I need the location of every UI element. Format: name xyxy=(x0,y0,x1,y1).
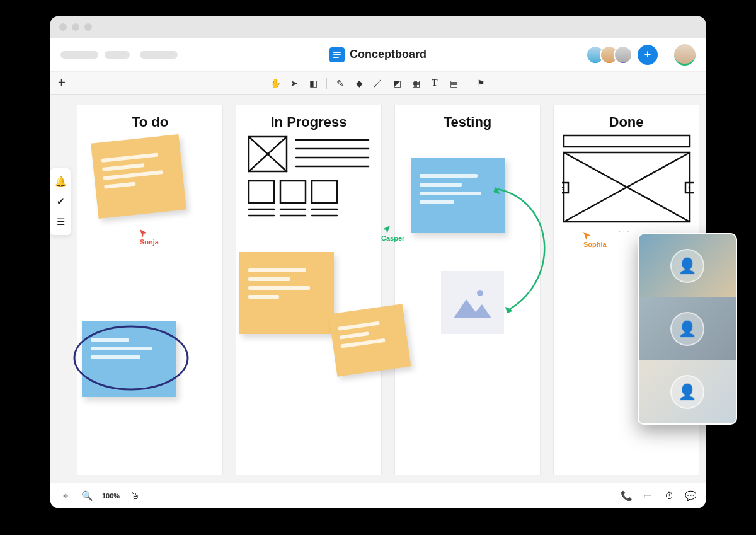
breadcrumb-placeholder xyxy=(60,51,98,59)
svg-point-17 xyxy=(477,290,483,296)
svg-rect-18 xyxy=(564,135,690,147)
person-icon: 👤 xyxy=(670,312,704,346)
text-tool-icon[interactable]: T xyxy=(429,78,440,89)
timer-icon[interactable]: ⏱ xyxy=(663,490,675,501)
person-icon: 👤 xyxy=(670,375,704,409)
freehand-annotation xyxy=(68,314,194,402)
svg-text:›: › xyxy=(688,184,690,193)
sidebar-rail: 🔔 ✔ ☰ xyxy=(50,168,71,236)
pointer-tool-icon[interactable]: ➤ xyxy=(289,78,300,89)
svg-rect-9 xyxy=(280,181,306,203)
tool-toolbar: + ✋ ➤ ◧ ✎ ◆ ／ ◩ ▦ T ▤ ⚑ xyxy=(50,72,706,95)
chat-icon[interactable]: 💬 xyxy=(684,490,697,502)
hand-tool-icon[interactable]: ✋ xyxy=(270,78,281,89)
add-tab-button[interactable]: + xyxy=(58,76,66,90)
logo-icon xyxy=(329,47,345,62)
shape-tool-icon[interactable]: ◩ xyxy=(391,78,403,89)
bell-icon[interactable]: 🔔 xyxy=(55,176,67,187)
list-icon[interactable]: ☰ xyxy=(57,216,65,227)
sticky-note[interactable] xyxy=(91,134,186,219)
column-title: To do xyxy=(77,105,222,137)
phone-icon[interactable]: 📞 xyxy=(620,490,633,502)
svg-rect-10 xyxy=(312,181,337,203)
column-title: Done xyxy=(554,105,699,137)
wireframe-sketch[interactable]: ‹ › · · · xyxy=(562,134,694,241)
breadcrumb-placeholder xyxy=(140,51,178,59)
svg-rect-8 xyxy=(249,181,274,203)
window-control-close[interactable] xyxy=(59,23,67,31)
table-tool-icon[interactable]: ▦ xyxy=(410,78,421,89)
svg-text:‹: ‹ xyxy=(562,184,563,193)
note-tool-icon[interactable]: ▤ xyxy=(448,78,459,89)
zoom-level[interactable]: 100% xyxy=(102,492,120,500)
person-icon: 👤 xyxy=(670,249,704,283)
brand-name: Conceptboard xyxy=(350,48,427,61)
breadcrumb-placeholder xyxy=(105,51,130,59)
wireframe-sketch[interactable] xyxy=(246,134,372,228)
window-control-minimize[interactable] xyxy=(72,23,79,31)
browser-titlebar xyxy=(50,16,706,38)
line-tool-icon[interactable]: ／ xyxy=(372,78,384,89)
remote-cursor-casper: Casper xyxy=(381,226,404,242)
current-user-avatar[interactable] xyxy=(674,44,696,66)
remote-cursor-sophia: Sophia xyxy=(583,232,607,248)
collaborator-avatars xyxy=(586,45,633,64)
column-title: Testing xyxy=(395,105,540,137)
video-tile[interactable]: 👤 xyxy=(639,360,736,423)
cursor-label: Sophia xyxy=(583,241,607,248)
video-call-panel[interactable]: 👤 👤 👤 xyxy=(638,233,737,425)
sticky-note[interactable] xyxy=(239,252,334,334)
cursor-label: Sonja xyxy=(140,238,159,246)
footer-bar: ⌖ 🔍 100% 🖱 📞 ▭ ⏱ 💬 xyxy=(50,483,706,508)
separator xyxy=(326,78,327,89)
video-tile[interactable]: 👤 xyxy=(639,234,736,297)
highlighter-tool-icon[interactable]: ◆ xyxy=(353,78,365,89)
image-placeholder[interactable] xyxy=(441,271,504,334)
remote-cursor-sonja: Sonja xyxy=(140,229,159,246)
svg-point-0 xyxy=(74,326,188,389)
window-control-zoom[interactable] xyxy=(84,23,92,31)
svg-text:· · ·: · · · xyxy=(619,226,629,235)
comment-tool-icon[interactable]: ⚑ xyxy=(475,78,486,89)
cursor-label: Casper xyxy=(381,234,404,242)
pen-tool-icon[interactable]: ✎ xyxy=(335,78,346,89)
brand-logo: Conceptboard xyxy=(329,47,427,62)
app-window: Conceptboard + + ✋ ➤ ◧ ✎ ◆ ／ ◩ ▦ T ▤ xyxy=(50,16,706,508)
column-title: In Progress xyxy=(236,105,381,137)
app-header: Conceptboard + xyxy=(50,38,706,72)
present-icon[interactable]: ▭ xyxy=(641,490,654,502)
video-tile[interactable]: 👤 xyxy=(639,297,736,360)
compass-icon[interactable]: ⌖ xyxy=(59,490,72,502)
checkmark-icon[interactable]: ✔ xyxy=(57,196,65,207)
eraser-tool-icon[interactable]: ◧ xyxy=(307,78,319,89)
separator xyxy=(467,78,467,89)
invite-button[interactable]: + xyxy=(638,45,658,65)
mouse-icon[interactable]: 🖱 xyxy=(129,490,141,501)
avatar[interactable] xyxy=(614,45,633,64)
sticky-note[interactable] xyxy=(329,304,411,376)
board-canvas[interactable]: 🔔 ✔ ☰ To do In Progress Testing Done xyxy=(50,95,706,483)
zoom-icon[interactable]: 🔍 xyxy=(81,490,93,502)
